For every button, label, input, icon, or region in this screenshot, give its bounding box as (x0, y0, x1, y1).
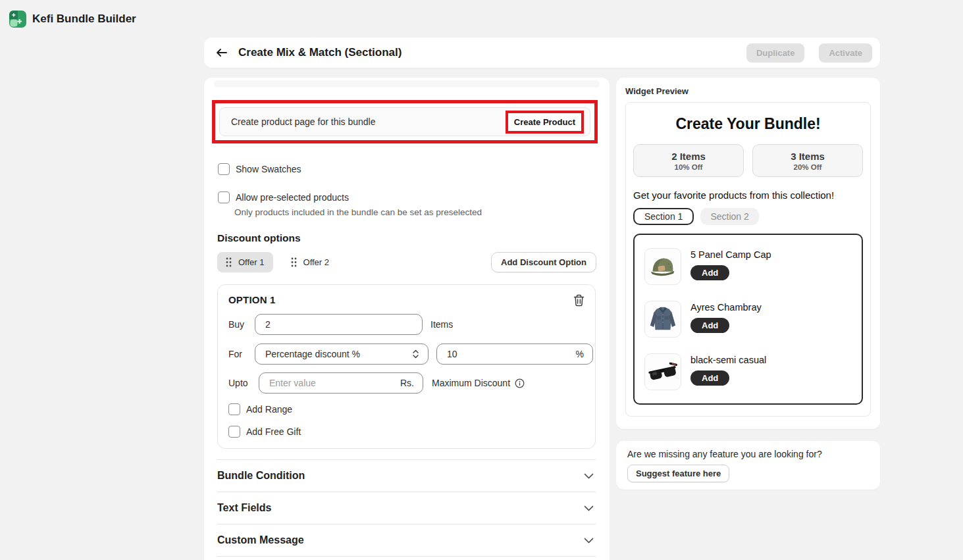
duplicate-button[interactable]: Duplicate (746, 43, 805, 63)
for-label: For (228, 349, 247, 359)
feedback-question: Are we missing any feature you are looki… (627, 449, 869, 459)
add-discount-option-button[interactable]: Add Discount Option (491, 252, 596, 272)
add-free-gift-checkbox[interactable] (228, 426, 240, 438)
add-free-gift-row[interactable]: Add Free Gift (228, 426, 301, 438)
tier-2-items-button[interactable]: 2 Items 10% Off (633, 144, 744, 177)
discount-type-selected-value: Percentage discount % (265, 349, 412, 359)
product-name: 5 Panel Camp Cap (690, 249, 771, 260)
tier-items-label: 3 Items (753, 151, 862, 162)
page: Kefi Bundle Builder Create Mix & Match (… (0, 0, 963, 560)
widget-preview-heading: Widget Preview (625, 86, 871, 96)
tier-items-label: 2 Items (634, 151, 743, 162)
add-product-button[interactable]: Add (690, 265, 729, 280)
create-product-button[interactable]: Create Product (506, 111, 584, 134)
allow-preselected-checkbox[interactable] (218, 191, 230, 203)
page-title: Create Mix & Match (Sectional) (238, 46, 402, 59)
upto-row: Upto Rs. Maximum Discount (228, 372, 525, 394)
page-header: Create Mix & Match (Sectional) Duplicate… (204, 38, 880, 68)
offer-tab-2[interactable]: Offer 2 (282, 252, 338, 272)
product-row-sunglasses: black-semi casual Add (638, 345, 858, 398)
collapsible-sections: Bundle Condition Text Fields Custom Mess… (217, 459, 596, 557)
offer-tab-2-label: Offer 2 (303, 257, 330, 267)
widget-preview-frame: Create Your Bundle! 2 Items 10% Off 3 It… (625, 102, 871, 417)
currency-suffix: Rs. (400, 378, 414, 388)
add-free-gift-label: Add Free Gift (246, 426, 301, 437)
tier-buttons-row: 2 Items 10% Off 3 Items 20% Off (633, 144, 863, 177)
section-label: Bundle Condition (217, 470, 305, 482)
section-label: Custom Message (217, 534, 304, 546)
section-text-fields[interactable]: Text Fields (217, 492, 596, 524)
show-swatches-checkbox[interactable] (218, 163, 230, 175)
offer-tab-1-label: Offer 1 (238, 257, 265, 267)
product-image-sunglasses (644, 353, 681, 390)
add-product-button[interactable]: Add (690, 370, 729, 386)
discount-value-input[interactable] (447, 349, 571, 359)
for-row: For Percentage discount % % (228, 344, 593, 365)
chevron-down-icon (584, 538, 594, 544)
back-arrow-icon (216, 48, 228, 57)
app-logo-icon (9, 11, 26, 28)
show-swatches-row[interactable]: Show Swatches (218, 163, 301, 175)
add-range-label: Add Range (246, 404, 292, 415)
offer-tab-1[interactable]: Offer 1 (217, 252, 273, 272)
max-discount-label: Maximum Discount (432, 378, 510, 388)
trash-icon (573, 294, 585, 307)
buy-quantity-input[interactable] (265, 319, 413, 330)
widget-subtitle: Get your favorite products from this col… (633, 190, 863, 201)
discount-options-heading: Discount options (217, 232, 301, 244)
product-row-jacket: Ayres Chambray Add (638, 293, 858, 345)
create-product-banner-text: Create product page for this bundle (231, 116, 375, 127)
back-button[interactable] (213, 44, 230, 61)
preview-product-list: 5 Panel Camp Cap Add (633, 234, 863, 405)
product-image-cap (644, 248, 681, 285)
tier-discount-label: 20% Off (753, 163, 862, 171)
bundle-widget-title: Create Your Bundle! (633, 115, 863, 133)
buy-row: Buy Items (228, 314, 453, 335)
add-product-button[interactable]: Add (690, 318, 729, 333)
items-label: Items (430, 319, 453, 330)
suggest-feature-button[interactable]: Suggest feature here (627, 465, 729, 482)
add-range-row[interactable]: Add Range (228, 403, 292, 415)
discount-value-field[interactable]: % (436, 344, 593, 365)
offer-tabs-row: Offer 1 Offer 2 Add Discount Option (217, 252, 596, 272)
red-annotation-box: Create product page for this bundle Crea… (212, 100, 598, 143)
create-product-banner: Create product page for this bundle Crea… (219, 107, 590, 136)
section-bundle-condition[interactable]: Bundle Condition (217, 459, 596, 492)
max-discount-input[interactable] (269, 378, 395, 388)
chevron-down-icon (584, 473, 594, 479)
max-discount-field[interactable]: Rs. (259, 372, 423, 394)
product-row-cap: 5 Panel Camp Cap Add (638, 240, 858, 293)
option-1-panel: OPTION 1 Buy Items For (217, 284, 596, 449)
preview-tab-section-1[interactable]: Section 1 (633, 208, 694, 225)
tier-3-items-button[interactable]: 3 Items 20% Off (752, 144, 863, 177)
add-range-checkbox[interactable] (228, 403, 240, 415)
product-image-jacket (644, 301, 681, 338)
preview-tab-section-2[interactable]: Section 2 (700, 208, 758, 225)
discount-type-select[interactable]: Percentage discount % (255, 344, 429, 365)
upto-label: Upto (228, 378, 251, 388)
bundle-settings-card: Create product page for this bundle Crea… (204, 78, 610, 560)
product-name: Ayres Chambray (690, 302, 762, 313)
tier-discount-label: 10% Off (634, 163, 743, 171)
delete-option-button[interactable] (572, 293, 586, 308)
show-swatches-label: Show Swatches (236, 164, 301, 174)
top-bar: Kefi Bundle Builder (0, 0, 963, 38)
product-name: black-semi casual (690, 355, 766, 365)
option-1-title: OPTION 1 (228, 294, 276, 305)
feature-feedback-card: Are we missing any feature you are looki… (616, 441, 880, 490)
buy-label: Buy (228, 319, 247, 330)
drag-handle-icon[interactable] (226, 257, 232, 267)
section-custom-message[interactable]: Custom Message (217, 524, 596, 556)
allow-preselected-label: Allow pre-selected products (236, 192, 349, 203)
info-icon[interactable] (515, 378, 525, 388)
allow-preselected-help: Only products included in the bundle can… (234, 207, 482, 217)
buy-quantity-field[interactable] (255, 314, 423, 335)
activate-button[interactable]: Activate (819, 43, 872, 63)
drag-handle-icon[interactable] (291, 257, 297, 267)
scrolled-section-remnant (214, 80, 600, 88)
select-updown-icon (412, 349, 419, 359)
section-label: Text Fields (217, 502, 271, 514)
app-title: Kefi Bundle Builder (32, 13, 136, 26)
allow-preselected-row[interactable]: Allow pre-selected products (218, 191, 349, 203)
preview-section-tabs: Section 1 Section 2 (633, 208, 863, 225)
